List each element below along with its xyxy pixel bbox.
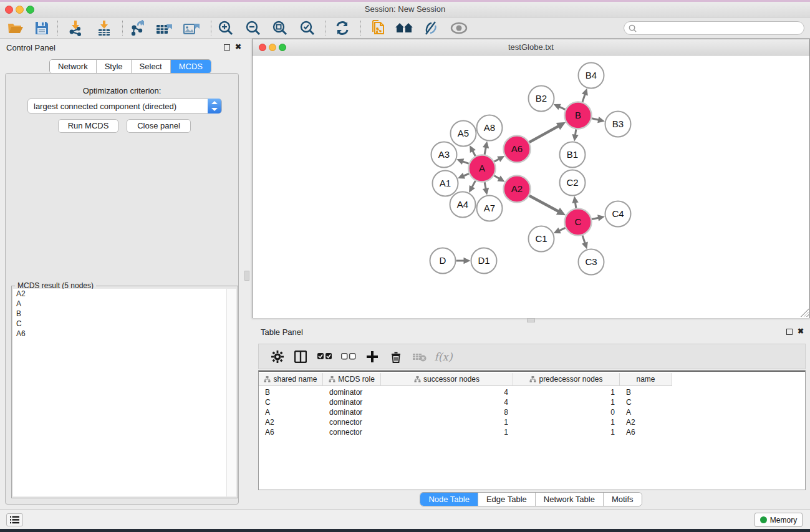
network-document-icon[interactable] [368,19,389,37]
close-panel-button[interactable]: Close panel [127,119,191,133]
graph-node-A3[interactable]: A3 [432,142,457,168]
search-input[interactable] [637,24,804,32]
svg-text:A4: A4 [457,199,468,210]
graph-node-C2[interactable]: C2 [560,170,586,196]
refresh-icon[interactable] [332,19,353,37]
graph-node-A4[interactable]: A4 [450,192,476,218]
mcds-result-item[interactable]: B [13,309,228,319]
delete-column-trash-icon[interactable] [387,348,405,365]
graph-node-B4[interactable]: B4 [579,63,604,89]
table-row[interactable]: Bdominator41B [259,387,672,397]
show-columns-icon[interactable] [291,348,310,365]
export-network-icon[interactable] [127,19,148,37]
graph-node-A[interactable]: A [469,155,496,182]
eye-icon[interactable] [448,19,470,37]
zoom-fit-icon[interactable] [269,19,291,37]
table-cell: B [259,387,323,397]
search-field[interactable] [624,21,804,35]
zoom-selected-icon[interactable] [297,19,318,37]
graph-node-B1[interactable]: B1 [560,142,586,168]
edge-A6-B[interactable] [529,126,559,142]
graph-node-A5[interactable]: A5 [451,121,476,147]
select-all-checkboxes-icon[interactable] [316,348,334,365]
column-header-predecessor-nodes[interactable]: predecessor nodes [513,373,620,386]
column-header-label: MCDS role [338,375,375,384]
graph-node-C4[interactable]: C4 [605,201,631,227]
mcds-result-list[interactable]: A2ABCA6 [13,289,228,496]
mcds-result-item[interactable]: A [13,299,228,309]
table-close-panel-icon[interactable]: ✖ [798,327,804,336]
table-row[interactable]: Cdominator41C [259,397,672,407]
export-image-icon[interactable] [181,19,202,37]
zoom-in-icon[interactable] [215,19,236,37]
open-folder-icon[interactable] [5,19,26,37]
graph-node-A7[interactable]: A7 [477,196,503,221]
graph-node-A8[interactable]: A8 [477,115,503,141]
deselect-all-checkboxes-icon[interactable] [339,348,358,365]
edge-B-B4[interactable] [582,94,585,102]
table-float-panel-icon[interactable] [786,329,793,335]
column-header-successor-nodes[interactable]: successor nodes [381,373,513,386]
mcds-result-item[interactable]: C [13,319,228,329]
tab-edge-table[interactable]: Edge Table [478,493,536,506]
graph-node-C1[interactable]: C1 [529,226,554,252]
network-canvas[interactable]: AA1A2A3A4A5A6A7A8BB1B2B3B4CC1C2C3C4DD1 [253,56,809,318]
network-graph[interactable]: AA1A2A3A4A5A6A7A8BB1B2B3B4CC1C2C3C4DD1 [253,56,809,318]
table-row[interactable]: Adominator80A [259,407,672,417]
graph-node-D[interactable]: D [430,248,456,274]
graph-node-C3[interactable]: C3 [579,249,604,275]
mcds-list-scrollbar[interactable] [226,289,236,496]
tab-network[interactable]: Network [50,60,97,73]
float-panel-icon[interactable] [224,44,230,51]
graph-node-A1[interactable]: A1 [433,171,458,196]
table-cell: B [620,387,672,397]
zoom-out-icon[interactable] [243,19,264,37]
graph-node-D1[interactable]: D1 [471,248,497,274]
run-mcds-button[interactable]: Run MCDS [58,119,118,133]
optimization-dropdown[interactable]: largest connected component (directed) [27,99,222,114]
edge-C-C3[interactable] [582,235,585,244]
tab-mcds[interactable]: MCDS [171,60,211,73]
table-row[interactable]: A6connector11A6 [259,427,672,437]
svg-text:C3: C3 [585,256,597,267]
graph-node-A6[interactable]: A6 [504,136,531,163]
tab-node-table[interactable]: Node Table [420,493,478,506]
hide-graphics-details-icon[interactable] [420,19,441,37]
graph-node-A2[interactable]: A2 [504,176,531,203]
mcds-result-item[interactable]: A6 [13,329,228,339]
add-column-icon[interactable] [363,348,382,365]
dropdown-stepper-icon [208,99,221,114]
column-header-MCDS-role[interactable]: MCDS role [323,373,381,386]
graph-node-B3[interactable]: B3 [605,112,631,137]
table-cell: connector [323,427,381,437]
close-panel-icon[interactable]: ✖ [235,42,241,51]
column-header-shared-name[interactable]: shared name [259,373,323,386]
table-panel-title: Table Panel [261,327,303,337]
vertical-divider-grip[interactable] [244,271,249,281]
home-pair-icon[interactable] [393,19,415,37]
graph-node-B2[interactable]: B2 [529,86,554,112]
import-table-icon[interactable] [94,19,115,37]
window-resize-grip[interactable] [801,309,809,317]
horizontal-divider-grip[interactable] [527,318,535,322]
mcds-result-item[interactable]: A2 [13,289,228,299]
import-network-icon[interactable] [65,19,86,37]
table-settings-gear-icon[interactable] [268,348,287,365]
save-icon[interactable] [31,19,52,37]
export-table-icon[interactable] [153,19,175,37]
graph-node-B[interactable]: B [565,102,592,129]
task-history-button[interactable] [6,513,23,526]
graph-node-C[interactable]: C [565,209,592,236]
table-row[interactable]: A2connector11A2 [259,417,672,427]
delete-table-icon[interactable] [410,348,429,365]
table-cell: A [620,407,672,417]
tab-network-table[interactable]: Network Table [536,493,604,506]
tab-style[interactable]: Style [97,60,132,73]
svg-text:B3: B3 [612,118,624,129]
column-header-name[interactable]: name [620,373,672,386]
tab-motifs[interactable]: Motifs [604,493,642,506]
node-table: shared nameMCDS rolesuccessor nodesprede… [258,370,806,490]
edge-A2-C[interactable] [529,196,559,212]
tab-select[interactable]: Select [132,60,171,73]
memory-button[interactable]: Memory [755,513,803,527]
